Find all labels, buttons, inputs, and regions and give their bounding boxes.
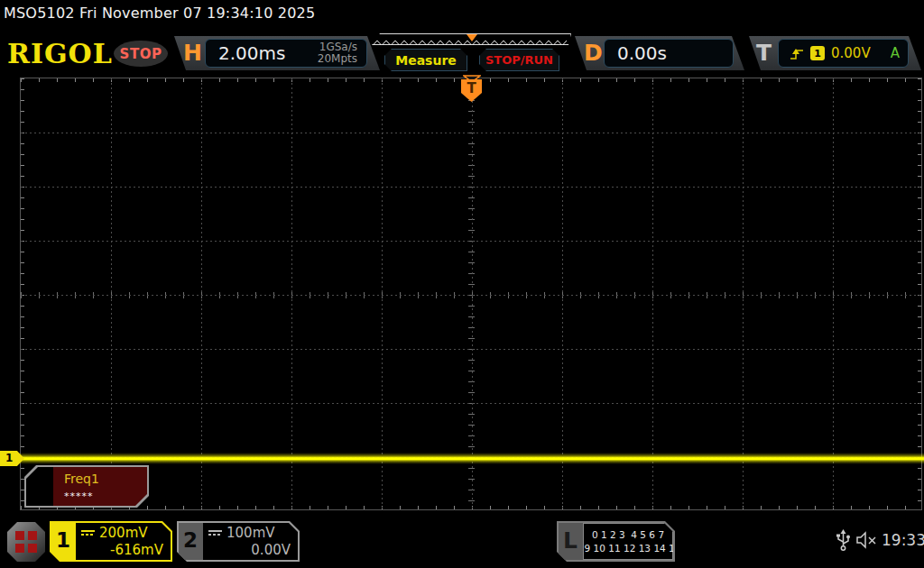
measurement-name: Freq1 bbox=[64, 472, 99, 486]
logic-channels-badge[interactable]: L 0 1 2 3 4 5 6 7 8 9 10 11 12 13 14 15 bbox=[557, 521, 675, 562]
trigger-level-value: 0.00V bbox=[831, 45, 871, 61]
grid-vertical-line bbox=[201, 78, 202, 509]
channel1-trace bbox=[20, 453, 924, 464]
horizontal-settings-block[interactable]: H 2.00ms 1GSa/s 20Mpts bbox=[174, 36, 380, 70]
grid-vertical-line bbox=[562, 78, 563, 509]
grid-vertical-line bbox=[291, 78, 292, 509]
logic-label: L bbox=[557, 521, 584, 562]
logic-row2: 8 9 10 11 12 13 14 15 bbox=[576, 542, 681, 555]
channel1-scale: 200mV bbox=[99, 525, 148, 542]
horizontal-panel[interactable]: 2.00ms 1GSa/s 20Mpts bbox=[205, 39, 367, 68]
acquisition-info: 1GSa/s 20Mpts bbox=[318, 41, 366, 65]
channel1-badge[interactable]: 1 200mV -616mV bbox=[50, 521, 172, 562]
channel1-values: 200mV -616mV bbox=[76, 523, 171, 560]
grid-vertical-line bbox=[652, 78, 653, 509]
grid-horizontal-line bbox=[21, 349, 921, 350]
rigol-logo: RIGOL bbox=[7, 38, 113, 69]
grid-vertical-line bbox=[111, 78, 112, 509]
measurement-value: ***** bbox=[64, 490, 94, 502]
grid-menu-button[interactable] bbox=[7, 522, 45, 562]
preview-trigger-position-icon bbox=[467, 34, 477, 41]
grid-horizontal-line bbox=[21, 295, 921, 296]
trigger-sweep-mode: A bbox=[891, 45, 900, 61]
grid-horizontal-line bbox=[21, 403, 921, 404]
grid-vertical-line bbox=[382, 78, 383, 509]
graticule bbox=[20, 78, 922, 510]
channel2-badge[interactable]: 2 100mV 0.00V bbox=[177, 521, 300, 562]
trigger-panel[interactable]: 1 0.00V A bbox=[778, 39, 909, 68]
trigger-source-badge: 1 bbox=[810, 46, 825, 60]
logic-channel-numbers: 0 1 2 3 4 5 6 7 8 9 10 11 12 13 14 15 bbox=[583, 523, 673, 560]
grid-vertical-line bbox=[472, 78, 473, 509]
delay-value: 0.00s bbox=[605, 42, 667, 64]
rising-edge-trigger-icon bbox=[790, 47, 804, 60]
measurement-box-body: Freq1 ***** bbox=[26, 467, 147, 506]
delay-panel[interactable]: 0.00s bbox=[604, 39, 734, 68]
channel2-values: 100mV 0.00V bbox=[203, 523, 298, 560]
menu-square-icon bbox=[28, 531, 37, 540]
grid-horizontal-line bbox=[21, 187, 921, 188]
usb-icon bbox=[836, 529, 851, 551]
stop-run-button[interactable]: STOP/RUN bbox=[479, 49, 559, 71]
horizontal-label: H bbox=[183, 36, 202, 70]
speaker-muted-icon bbox=[855, 531, 879, 549]
memory-depth: 20Mpts bbox=[318, 52, 357, 65]
dc-coupling-icon bbox=[81, 530, 95, 536]
measure-button[interactable]: Measure bbox=[384, 49, 467, 71]
channel1-number: 1 bbox=[50, 521, 77, 562]
grid-vertical-line bbox=[743, 78, 744, 509]
channel2-offset: 0.00V bbox=[208, 542, 291, 559]
logic-row1: 0 1 2 3 4 5 6 7 bbox=[592, 528, 664, 542]
trigger-label: T bbox=[756, 36, 772, 70]
clock: 19:33 bbox=[882, 531, 924, 549]
channel2-number: 2 bbox=[177, 521, 204, 562]
channel1-offset: -616mV bbox=[81, 542, 163, 559]
menu-square-icon bbox=[15, 531, 24, 540]
menu-square-icon bbox=[28, 544, 37, 553]
delay-settings-block[interactable]: D 0.00s bbox=[575, 36, 744, 70]
channel2-scale: 100mV bbox=[226, 525, 275, 542]
grid-horizontal-line bbox=[21, 133, 921, 133]
delay-label: D bbox=[584, 36, 603, 70]
menu-square-icon bbox=[15, 544, 24, 553]
titlebar-model-datetime: MSO5102 Fri November 07 19:34:10 2025 bbox=[4, 5, 315, 22]
grid-vertical-line bbox=[833, 78, 834, 509]
grid-horizontal-line bbox=[21, 241, 921, 242]
dc-coupling-icon bbox=[208, 530, 222, 536]
measurement-box[interactable]: Freq1 ***** bbox=[24, 465, 149, 508]
trigger-settings-block[interactable]: T 1 0.00V A bbox=[749, 36, 921, 70]
timebase-value: 2.00ms bbox=[206, 42, 285, 64]
run-state-indicator[interactable]: STOP bbox=[114, 41, 168, 67]
sample-rate: 1GSa/s bbox=[319, 41, 357, 53]
